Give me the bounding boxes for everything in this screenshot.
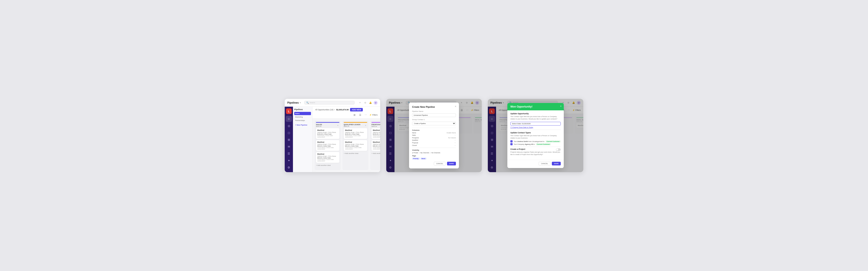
pipeline-name-input[interactable]	[412, 113, 456, 117]
visibility-options: ● Private ○ My Channels ○ No Channels	[412, 152, 456, 154]
sidebar-icon-star[interactable]: ✦	[286, 158, 292, 164]
content-area-2: All Opportunities (19) ▾ $2,003,674.90 A…	[395, 107, 482, 172]
view-list-icon[interactable]: ☰	[358, 113, 362, 117]
col-header-proposal: PROPOSAL $890,00 +	[372, 124, 380, 127]
main-layout-3: L ☆ ◎ ◻ ⊞ ✉ ☰ ✦ ⚙ All Opportunities (19)…	[488, 107, 583, 172]
checkbox-1[interactable]: ✓	[510, 140, 513, 142]
sidebar-1: L ☆ ◎ ◻ ⊞ ✉ ☰ ✦ ⚙	[285, 107, 293, 172]
search-icon: 🔍	[306, 101, 309, 104]
kanban-col-sales: Sales $890,00 + MaxDeal Sabrina Singh / …	[315, 121, 341, 170]
bell-icon[interactable]: 🔔	[369, 101, 372, 105]
user-avatar[interactable]: U	[374, 101, 378, 105]
sub-sidebar-item-marketing[interactable]: Marketing	[294, 115, 311, 118]
add-another-deal[interactable]: + Add another deal	[372, 152, 380, 155]
plus-icon[interactable]: +	[358, 101, 362, 105]
sidebar-icon-settings[interactable]: ⚙	[286, 164, 292, 170]
kanban-card: MaxDeal Sabrina Singh / Chris Stone $30,…	[316, 140, 339, 151]
sub-sidebar-item-sales[interactable]: Sales	[294, 112, 311, 115]
column-row: Closed ⋯	[412, 145, 456, 146]
col-bar-sales	[316, 122, 339, 123]
change-close-date-link[interactable]: ☐ Change Close Date to Today	[510, 126, 561, 128]
sidebar-icon-home[interactable]: ☆	[286, 116, 292, 122]
main-layout-1: L ☆ ◎ ◻ ⊞ ✉ ☰ ✦ ⚙ Pipelines Sales Market…	[285, 107, 380, 172]
won-modal-body: Update Opportunity The Contact Type fiel…	[507, 110, 564, 159]
contact-badge-1: Current Customer	[546, 140, 561, 142]
add-another-deal[interactable]: + Add another deal	[344, 152, 367, 155]
add-another-deal[interactable]: + Add another deal	[316, 164, 339, 167]
contact-badge-2: Current Customer	[536, 143, 551, 145]
pipeline-name-label: Pipeline Name	[412, 110, 456, 112]
project-toggle[interactable]	[556, 148, 561, 151]
won-save-button[interactable]: SAVE	[552, 162, 561, 165]
content-area-1: All Opportunities (19) ▾ $2,003,674.90 A…	[312, 107, 380, 172]
col-header-sales: Sales $890,00 +	[316, 124, 339, 127]
kanban-card: MaxDeal Sabrina Singh / Chris Stone $30,…	[316, 152, 339, 163]
save-button[interactable]: SAVE	[447, 162, 456, 165]
update-opp-desc: The Contact Type field lets you know how…	[510, 115, 561, 120]
more-icon[interactable]: ⋯	[364, 113, 368, 117]
col-add-sales[interactable]: +	[336, 124, 339, 127]
sidebar-icon-contacts[interactable]: ◎	[286, 123, 292, 129]
create-pipeline-modal: Create New Pipeline × Pipeline Name Grou…	[409, 107, 459, 168]
sidebar-icon-mail[interactable]: ✉	[286, 143, 292, 149]
update-opp-title: Update Opportunity	[510, 112, 561, 115]
column-row: Qualified ⋯	[412, 139, 456, 141]
main-layout-2: L ☆ ◎ ◻ ⊞ ✉ ☰ ✦ ⚙ All Opportunities (19)…	[386, 107, 482, 172]
won-cancel-button[interactable]: CANCEL	[538, 162, 550, 165]
tags-label: Tags	[412, 155, 456, 157]
kanban-col-qualified: QUALIFIED LEADS $890,00 + MaxDeal Sabrin…	[342, 121, 369, 170]
won-modal-header: Won Opportunity! ×	[507, 107, 564, 110]
sidebar-icon-list[interactable]: ☰	[286, 150, 292, 157]
columns-section-title: Columns	[412, 129, 456, 131]
won-modal-close-button[interactable]: ×	[560, 107, 562, 108]
modal-footer: CANCEL SAVE	[412, 162, 456, 165]
kanban-board-1: Sales $890,00 + MaxDeal Sabrina Singh / …	[312, 118, 380, 172]
sidebar-icon-grid[interactable]: ⊞	[286, 137, 292, 143]
sub-sidebar-item-partnerships[interactable]: Partnerships	[294, 119, 311, 122]
search-bar-1[interactable]: 🔍 Search	[304, 101, 354, 104]
toggle-knob	[556, 148, 558, 151]
col-bar-proposal	[372, 122, 380, 123]
create-project-title: Create a Project	[510, 148, 525, 150]
all-opps-label: All Opportunities (19) ▾	[315, 109, 335, 111]
top-bar-actions-1: + ⊙ 🔔 U	[358, 101, 378, 105]
col-title-sales: Sales	[316, 124, 322, 126]
add-new-button[interactable]: ADD NEW	[350, 108, 363, 111]
kanban-card: MaxDeal Sabrina Singh / Chris Stone $130…	[344, 128, 367, 139]
modal-close-button[interactable]: ×	[455, 107, 456, 108]
kanban-col-proposal: PROPOSAL $890,00 + MaxDeal Sabrina Singh…	[370, 121, 380, 170]
kanban-card: MaxDeal Sabrina Singh / Chris Stone $30,…	[372, 140, 380, 151]
column-row: Sales ⋯	[412, 134, 456, 136]
group-label: Group Contact 1	[412, 118, 456, 121]
update-contact-desc: The Contact Type field lets you know how…	[510, 135, 561, 139]
modal-title: Create New Pipeline	[412, 107, 456, 108]
view-kanban-icon[interactable]: ⊞	[352, 113, 357, 117]
date-input[interactable]	[510, 122, 561, 126]
col-title-qualified: QUALIFIED LEADS	[344, 124, 361, 126]
col-amount-qualified: $890,00	[344, 126, 361, 127]
col-add-qualified[interactable]: +	[364, 124, 367, 127]
cancel-button[interactable]: CANCEL	[434, 162, 445, 165]
group-select[interactable]: Create a Pipeline	[412, 122, 456, 125]
kanban-card: MaxDeal Sabrina Singh / Chris Stone $130…	[316, 128, 339, 139]
screen1: Pipelines ▾ 🔍 Search + ⊙ 🔔 U L ☆ ◎ ◻ ⊞	[285, 99, 380, 172]
filters-button[interactable]: ⚡ Filters	[369, 114, 378, 116]
column-row: Proposal ⋯	[412, 142, 456, 144]
won-modal-overlay: Won Opportunity! × Update Opportunity Th…	[496, 107, 583, 172]
sidebar-icon-deals[interactable]: ◻	[286, 130, 292, 136]
checkbox-2[interactable]: ✓	[510, 143, 513, 145]
tag: Need	[421, 158, 426, 160]
col-title-proposal: PROPOSAL	[372, 124, 380, 126]
column-row: Prospects No Classes	[412, 137, 456, 139]
sub-sidebar-new-pipeline[interactable]: + New Pipeline	[294, 123, 311, 127]
sub-sidebar-title: Pipelines	[294, 108, 311, 110]
kanban-card: MaxDeal Sabrina Singh / Chris Stone $130…	[372, 128, 380, 139]
visibility-label: Visibility	[412, 149, 456, 151]
settings-icon[interactable]: ⊙	[363, 101, 367, 105]
won-modal-title: Won Opportunity!	[510, 107, 561, 108]
screenshots-container: Pipelines ▾ 🔍 Search + ⊙ 🔔 U L ☆ ◎ ◻ ⊞	[285, 99, 583, 172]
contact-row-2: ✓ Turn Company Agency 49 to Current Cust…	[510, 143, 561, 145]
top-bar-1: Pipelines ▾ 🔍 Search + ⊙ 🔔 U	[285, 99, 380, 107]
app-title-1: Pipelines ▾	[287, 101, 301, 104]
update-contact-title: Update Contact Types	[510, 132, 561, 134]
